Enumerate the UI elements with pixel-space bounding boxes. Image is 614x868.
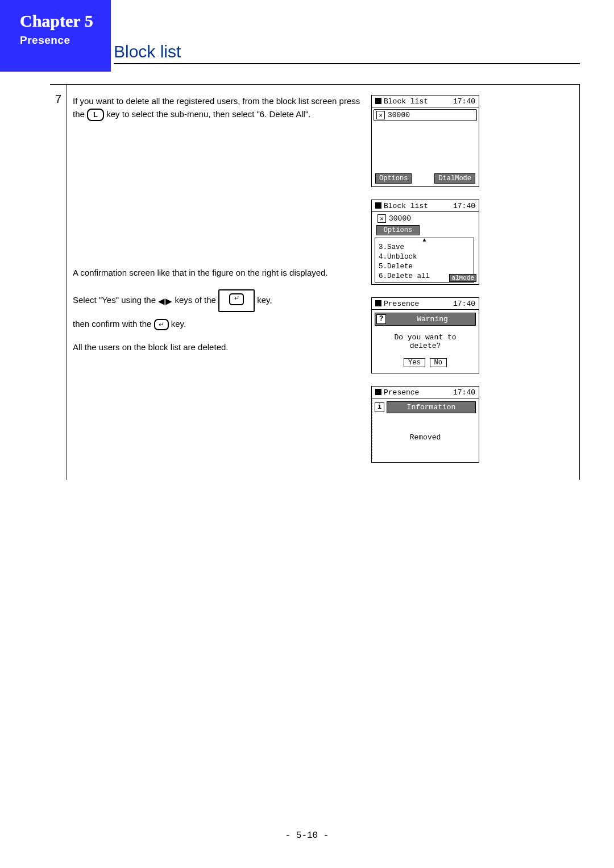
step-table: 7 If you want to delete all the register… [50, 84, 580, 480]
menu-item-delete-all[interactable]: 6.Delete all [379, 272, 430, 280]
scr4-title: Presence [384, 388, 419, 397]
scr2-time: 17:40 [453, 202, 475, 210]
menu-item-save[interactable]: 3.Save [379, 243, 470, 252]
blocked-x-icon: ✕ [377, 214, 386, 223]
screen-confirm-delete: Presence 17:40 ? Warning Do you want to … [371, 297, 479, 373]
confirm-prompt: Do you want to delete? [372, 329, 479, 355]
key-L-icon: L [87, 109, 104, 121]
softkey-options[interactable]: Options [375, 173, 412, 184]
scr2-entry: 30000 [389, 214, 411, 223]
para5: All the users on the block list are dele… [73, 341, 371, 354]
chapter-number: 5 [85, 11, 93, 30]
chapter-header: Chapter 5 Presence [0, 0, 111, 72]
prompt-line2: delete? [374, 342, 476, 350]
enter-key-icon: ↵ [154, 319, 169, 330]
scr4-time: 17:40 [453, 388, 475, 397]
para3-post: key, [257, 295, 272, 305]
scr3-time: 17:40 [453, 300, 475, 308]
scr3-title: Presence [384, 300, 419, 308]
warning-bar: ? Warning [375, 313, 476, 326]
para4-pre: then confirm with the [73, 319, 154, 329]
scr2-entry-row: ✕ 30000 [372, 212, 479, 225]
almode-tag: alMode [449, 274, 476, 282]
info-label: Information [387, 401, 476, 413]
prompt-line1: Do you want to [374, 333, 476, 342]
confirm-yes-button[interactable]: Yes [404, 358, 425, 367]
step-number: 7 [50, 85, 67, 480]
scroll-up-icon: ▲ [379, 238, 470, 243]
screen-removed-info: Presence 17:40 i Information Removed [371, 386, 479, 463]
chapter-subtitle: Presence [20, 34, 111, 47]
scr1-entry-row: ✕ 30000 [374, 109, 477, 121]
left-right-arrow-icon: ◀▶ [158, 297, 172, 305]
softkey-dialmode[interactable]: DialMode [434, 173, 475, 184]
scr1-time: 17:40 [453, 97, 475, 106]
page-number: - 5-10 - [0, 830, 614, 841]
scr1-entry: 30000 [388, 111, 410, 119]
info-icon: i [375, 402, 384, 412]
para1-post: key to select the sub-menu, then select … [106, 109, 310, 119]
para3-mid: keys of the [175, 295, 218, 305]
page-title-wrap: Block list [114, 42, 580, 64]
screen-block-list-submenu: Block list 17:40 ✕ 30000 Options ▲ 3.Sav… [371, 200, 479, 285]
nav-enter-key-icon [218, 289, 255, 312]
chapter-label: Chapter [20, 11, 80, 30]
device-screens: Block list 17:40 ✕ 30000 Options DialMod… [371, 95, 576, 463]
scr1-title: Block list [384, 97, 428, 106]
para2: A confirmation screen like that in the f… [73, 267, 371, 280]
menu-item-unblock[interactable]: 4.Unblock [379, 252, 470, 262]
para3-pre: Select "Yes" using the [73, 295, 158, 305]
para4-post: key. [171, 319, 186, 329]
title-marker-icon [375, 389, 381, 395]
removed-message: Removed [372, 416, 479, 462]
page-title: Block list [114, 42, 580, 61]
screen-block-list-initial: Block list 17:40 ✕ 30000 Options DialMod… [371, 95, 479, 187]
instruction-text: If you want to delete all the registered… [73, 95, 371, 463]
title-marker-icon [375, 300, 381, 306]
step-content: If you want to delete all the registered… [67, 85, 579, 480]
warning-label: Warning [389, 315, 475, 323]
title-marker-icon [375, 202, 381, 209]
confirm-no-button[interactable]: No [430, 358, 447, 367]
chapter-line: Chapter 5 [20, 11, 111, 31]
scr2-title: Block list [384, 202, 428, 210]
menu-item-delete[interactable]: 5.Delete [379, 262, 470, 272]
question-icon: ? [376, 314, 386, 324]
title-marker-icon [375, 98, 381, 104]
softkey-options-expanded[interactable]: Options [376, 225, 420, 235]
blocked-x-icon: ✕ [376, 111, 385, 119]
